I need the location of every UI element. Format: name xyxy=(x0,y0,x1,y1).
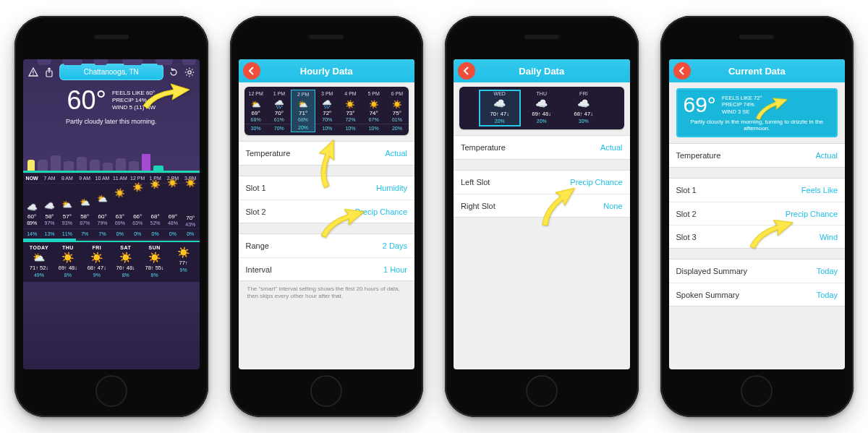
condition-icon: ⛅ xyxy=(97,188,108,213)
day-precip: 8% xyxy=(64,273,72,278)
share-icon[interactable] xyxy=(43,67,55,78)
row-label: Slot 1 xyxy=(246,184,266,192)
row-value: 2 Days xyxy=(383,241,407,250)
settings-row[interactable]: Interval1 Hour xyxy=(239,257,415,280)
phone-main-weather: Chattanooga, TN 60° FEELS LIKE 60° PRECI… xyxy=(14,16,208,417)
day-precip: 9% xyxy=(180,267,187,273)
preview-hour-col: ⛅69°68% xyxy=(244,98,268,124)
settings-row[interactable]: Displayed SummaryToday xyxy=(669,260,846,283)
back-button[interactable] xyxy=(673,62,691,80)
row-label: Displayed Summary xyxy=(676,267,747,275)
condition-icon: ☀️ xyxy=(148,252,161,263)
preview-humidity: 72% xyxy=(345,117,355,122)
settings-row[interactable]: Range2 Days xyxy=(239,234,415,257)
hour-humidity: 93% xyxy=(62,220,72,226)
svg-line-11 xyxy=(192,69,192,69)
day-label: FRI xyxy=(579,91,587,96)
day-temps: 68↑ 47↓ xyxy=(574,111,593,117)
day-precip: 8% xyxy=(151,273,158,278)
preview-humidity: 61% xyxy=(392,117,402,122)
navbar: Hourly Data xyxy=(239,59,415,82)
settings-row[interactable]: Spoken SummaryToday xyxy=(669,283,846,306)
day-col[interactable]: ☀️77↑ 9% xyxy=(169,245,198,278)
settings-row[interactable]: Slot 2Precip Chance xyxy=(239,200,415,223)
settings-row[interactable]: Slot 1Humidity xyxy=(239,176,415,200)
settings-row[interactable]: TemperatureActual xyxy=(239,142,415,165)
day-temps: 78↑ 55↓ xyxy=(145,265,164,271)
row-value: Precip Chance xyxy=(786,210,838,218)
location-pill[interactable]: Chattanooga, TN xyxy=(59,64,163,80)
day-col[interactable]: FRI☀️68↑ 47↓9% xyxy=(82,245,111,278)
row-label: Temperature xyxy=(246,149,291,158)
preview-hour-col: ☀️75°61% xyxy=(386,98,409,124)
svg-line-10 xyxy=(186,74,187,75)
feels-like-label: FEELS LIKE 72° xyxy=(722,95,762,101)
row-label: Temperature xyxy=(676,151,721,160)
day-label: SUN xyxy=(149,245,161,250)
row-label: Spoken Summary xyxy=(676,291,739,299)
refresh-icon[interactable] xyxy=(168,67,179,78)
hour-temp: 63° xyxy=(116,213,124,220)
back-button[interactable] xyxy=(458,62,475,80)
preview-hour-head: 3 PM xyxy=(315,90,339,98)
hero-temp: 60° xyxy=(67,87,106,113)
hour-col[interactable]: ☁️60°89% xyxy=(23,184,41,228)
hour-col[interactable]: ☀️70°43% xyxy=(182,184,199,228)
row-label: Slot 1 xyxy=(676,186,697,194)
hour-col[interactable]: ☁️58°97% xyxy=(41,184,58,228)
back-button[interactable] xyxy=(243,62,260,80)
day-col[interactable]: TODAY⛅71↑ 52↓49% xyxy=(25,245,54,278)
hour-col[interactable]: ⛅57°93% xyxy=(59,184,76,228)
settings-row[interactable]: Slot 1Feels Like xyxy=(669,179,846,202)
row-value: 1 Hour xyxy=(383,265,407,274)
precip-cell: 7% xyxy=(93,229,111,239)
preview-precip: 20% xyxy=(291,124,315,132)
settings-row[interactable]: Slot 3Wind xyxy=(669,225,846,248)
condition-icon: ⛅ xyxy=(80,188,90,213)
hour-col[interactable]: ☀️63°69% xyxy=(111,184,129,228)
daily-strip[interactable]: TODAY⛅71↑ 52↓49%THU☀️69↑ 48↓8%FRI☀️68↑ 4… xyxy=(23,241,200,282)
day-col[interactable]: SAT☀️76↑ 48↓8% xyxy=(111,245,140,278)
condition-icon: ☁️ xyxy=(577,98,590,109)
condition-icon: ☁️ xyxy=(493,98,506,109)
hour-head: 11 AM xyxy=(111,173,129,183)
svg-rect-0 xyxy=(33,71,33,74)
row-value: Humidity xyxy=(376,184,407,192)
settings-row[interactable]: Right SlotNone xyxy=(454,194,630,217)
hour-col[interactable]: ☀️68°52% xyxy=(146,184,163,228)
hour-col[interactable]: ⛅60°79% xyxy=(93,184,111,228)
nav-title: Daily Data xyxy=(519,66,564,77)
preview-humidity: 68% xyxy=(298,117,308,122)
condition-icon: ☀️ xyxy=(392,100,402,109)
preview-humidity: 67% xyxy=(369,117,379,122)
condition-icon: ☀️ xyxy=(119,252,132,263)
current-temp: 69° xyxy=(684,94,716,116)
hour-temp: 60° xyxy=(98,213,106,220)
day-col[interactable]: THU☀️69↑ 48↓8% xyxy=(54,245,82,278)
warning-icon[interactable] xyxy=(27,67,39,78)
condition-icon: ⛅ xyxy=(251,100,261,109)
hero-meta: FEELS LIKE 60° PRECIP 14% WIND 5 (11) NW xyxy=(112,90,156,111)
settings-row[interactable]: Left SlotPrecip Chance xyxy=(454,171,630,194)
settings-row[interactable]: TemperatureActual xyxy=(454,136,630,159)
svg-rect-1 xyxy=(33,74,33,74)
hourly-strip[interactable]: NOW7 AM8 AM9 AM10 AM11 AM12 PM1 PM2 PM3 … xyxy=(23,173,200,241)
preview-hour-head: 6 PM xyxy=(386,90,409,98)
hour-col[interactable]: ☀️66°63% xyxy=(129,184,146,228)
hour-col[interactable]: ⛅58°87% xyxy=(76,184,93,228)
gear-icon[interactable] xyxy=(184,67,195,78)
day-temps: 77↑ xyxy=(179,260,188,266)
phone-hourly-settings: Hourly Data 12 PM1 PM2 PM3 PM4 PM5 PM6 P… xyxy=(230,16,424,417)
settings-row[interactable]: Slot 2Precip Chance xyxy=(669,202,846,225)
precip-label: PRECIP 74% xyxy=(722,101,762,108)
hour-col[interactable]: ☀️69°48% xyxy=(164,184,182,228)
row-label: Right Slot xyxy=(461,202,495,210)
settings-row[interactable]: TemperatureActual xyxy=(669,144,846,167)
preview-precip: 10% xyxy=(315,124,339,132)
preview-temp: 72° xyxy=(323,110,331,116)
day-precip: 20% xyxy=(495,119,505,124)
day-col[interactable]: SUN☀️78↑ 55↓8% xyxy=(140,245,169,278)
row-value: Actual xyxy=(600,143,623,152)
phone-daily-settings: Daily Data WED☁️70↑ 47↓20%THU☁️69↑ 48↓20… xyxy=(445,16,639,417)
preview-day-col: THU☁️69↑ 48↓20% xyxy=(521,90,563,127)
